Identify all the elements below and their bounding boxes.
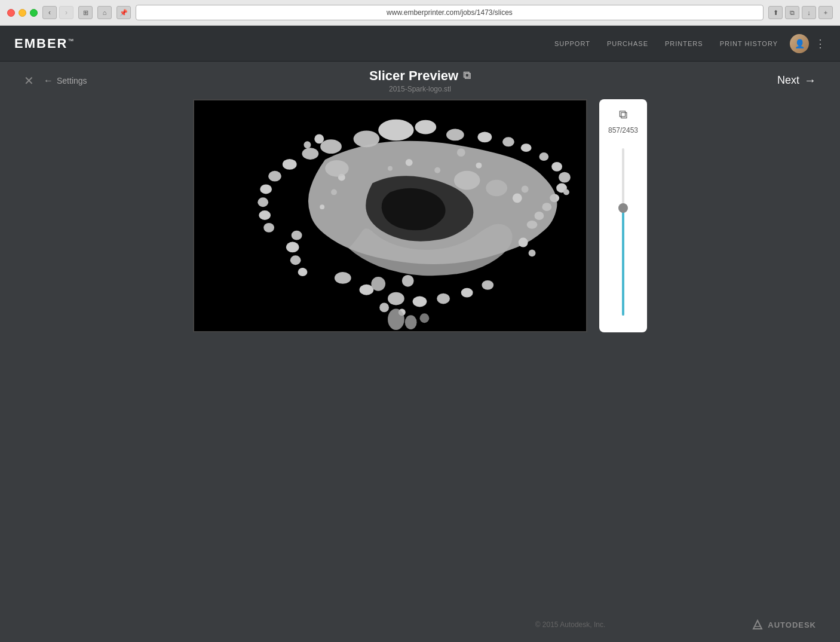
tab-view-button[interactable]: ⊞ xyxy=(78,6,93,19)
home-button[interactable]: ⌂ xyxy=(97,6,112,19)
svg-point-14 xyxy=(268,171,281,182)
logo: EMBER™ xyxy=(14,36,75,51)
svg-point-36 xyxy=(434,167,440,173)
svg-point-59 xyxy=(325,160,349,177)
toolbar: ✕ ← Settings Slicer Preview ⧉ 2015-Spark… xyxy=(0,62,840,99)
svg-point-27 xyxy=(437,294,450,304)
svg-point-3 xyxy=(415,120,437,134)
svg-point-4 xyxy=(446,129,464,141)
svg-point-28 xyxy=(461,288,473,298)
svg-point-25 xyxy=(388,292,404,305)
back-arrow-icon: ← xyxy=(44,75,53,86)
svg-point-45 xyxy=(379,302,389,312)
svg-point-5 xyxy=(477,132,492,142)
next-label: Next xyxy=(777,74,799,87)
more-menu-button[interactable]: ⋮ xyxy=(815,37,826,50)
svg-point-54 xyxy=(320,139,342,154)
top-nav: EMBER™ SUPPORT PURCHASE PRINTERS PRINT H… xyxy=(0,26,840,62)
svg-point-7 xyxy=(521,143,532,152)
slider-track xyxy=(622,148,624,316)
url-bar[interactable]: www.emberprinter.com/jobs/1473/slices xyxy=(136,5,764,20)
toolbar-center: Slicer Preview ⧉ 2015-Spark-logo.stl xyxy=(369,68,471,93)
download-button[interactable]: ↓ xyxy=(802,6,816,19)
svg-point-40 xyxy=(331,189,337,195)
svg-point-31 xyxy=(286,242,299,253)
back-button[interactable]: ‹ xyxy=(42,6,57,19)
svg-point-18 xyxy=(263,223,274,233)
preview-canvas xyxy=(193,99,587,332)
svg-point-38 xyxy=(388,166,393,171)
svg-point-32 xyxy=(290,255,301,265)
svg-point-17 xyxy=(259,210,271,220)
footer-copyright: © 2015 Autodesk, Inc. xyxy=(388,620,753,629)
slicer-title-text: Slicer Preview xyxy=(369,68,458,84)
slicer-title: Slicer Preview ⧉ xyxy=(369,68,471,84)
toolbar-left: ✕ ← Settings xyxy=(24,75,420,87)
svg-point-9 xyxy=(551,162,562,172)
svg-point-51 xyxy=(419,313,429,323)
svg-point-35 xyxy=(476,163,482,169)
file-subtitle: 2015-Spark-logo.stl xyxy=(369,85,471,93)
share-button[interactable]: ⬆ xyxy=(768,6,783,19)
svg-point-16 xyxy=(257,197,268,207)
svg-point-49 xyxy=(388,308,404,330)
nav-printers[interactable]: PRINTERS xyxy=(665,40,703,47)
new-tab-button[interactable]: + xyxy=(818,6,833,19)
svg-point-43 xyxy=(519,238,528,247)
svg-point-52 xyxy=(513,193,522,203)
svg-point-48 xyxy=(402,275,414,287)
slider-thumb[interactable] xyxy=(618,203,628,213)
page-footer: © 2015 Autodesk, Inc. AUTODESK xyxy=(0,607,840,642)
forward-button[interactable]: › xyxy=(59,6,73,19)
duplicate-tab-button[interactable]: ⧉ xyxy=(785,6,799,19)
next-button[interactable]: Next → xyxy=(777,74,816,87)
svg-point-37 xyxy=(406,159,413,166)
slider-container xyxy=(599,139,647,324)
svg-point-41 xyxy=(320,204,324,209)
svg-point-42 xyxy=(563,189,569,195)
minimize-traffic-light[interactable] xyxy=(19,9,26,17)
browser-chrome: ‹ › ⊞ ⌂ 📌 www.emberprinter.com/jobs/1473… xyxy=(0,0,840,26)
avatar[interactable]: 👤 xyxy=(790,34,809,53)
toolbar-right: Next → xyxy=(420,74,816,87)
close-traffic-light[interactable] xyxy=(7,9,15,17)
next-arrow-icon: → xyxy=(804,74,816,87)
page-content: ✕ ← Settings Slicer Preview ⧉ 2015-Spark… xyxy=(0,62,840,642)
svg-point-6 xyxy=(502,137,514,146)
svg-point-2 xyxy=(378,120,413,141)
svg-point-50 xyxy=(405,315,417,329)
traffic-lights xyxy=(7,9,38,17)
svg-point-13 xyxy=(283,159,297,170)
slice-layers-icon: ⧉ xyxy=(619,108,627,121)
svg-point-55 xyxy=(314,134,324,143)
nav-support[interactable]: SUPPORT xyxy=(554,40,590,47)
url-text: www.emberprinter.com/jobs/1473/slices xyxy=(387,8,513,17)
layers-icon: ⧉ xyxy=(463,69,471,82)
svg-point-58 xyxy=(486,180,507,197)
svg-point-29 xyxy=(482,280,493,290)
svg-point-56 xyxy=(303,141,311,148)
slice-panel: ⧉ 857/2453 xyxy=(599,99,647,332)
settings-link[interactable]: ← Settings xyxy=(44,75,87,86)
nav-purchase[interactable]: PURCHASE xyxy=(607,40,648,47)
bookmark-button[interactable]: 📌 xyxy=(117,6,131,19)
settings-label: Settings xyxy=(57,76,87,85)
nav-print-history[interactable]: PRINT HISTORY xyxy=(720,40,778,47)
fullscreen-traffic-light[interactable] xyxy=(30,9,38,17)
svg-point-34 xyxy=(457,148,465,157)
slider-fill xyxy=(622,207,624,316)
svg-point-47 xyxy=(371,277,385,291)
svg-point-26 xyxy=(413,296,427,307)
svg-point-23 xyxy=(335,272,351,284)
main-area: ⧉ 857/2453 xyxy=(0,99,840,607)
autodesk-logo: AUTODESK xyxy=(752,619,816,630)
svg-point-8 xyxy=(539,152,548,161)
close-button[interactable]: ✕ xyxy=(24,75,34,87)
browser-navigation: ‹ › xyxy=(42,6,73,19)
browser-actions: ⬆ ⧉ ↓ + xyxy=(768,6,833,19)
svg-point-24 xyxy=(360,285,374,295)
svg-point-33 xyxy=(298,268,308,276)
svg-point-44 xyxy=(529,249,536,256)
svg-point-30 xyxy=(292,231,302,240)
svg-marker-60 xyxy=(753,620,762,629)
